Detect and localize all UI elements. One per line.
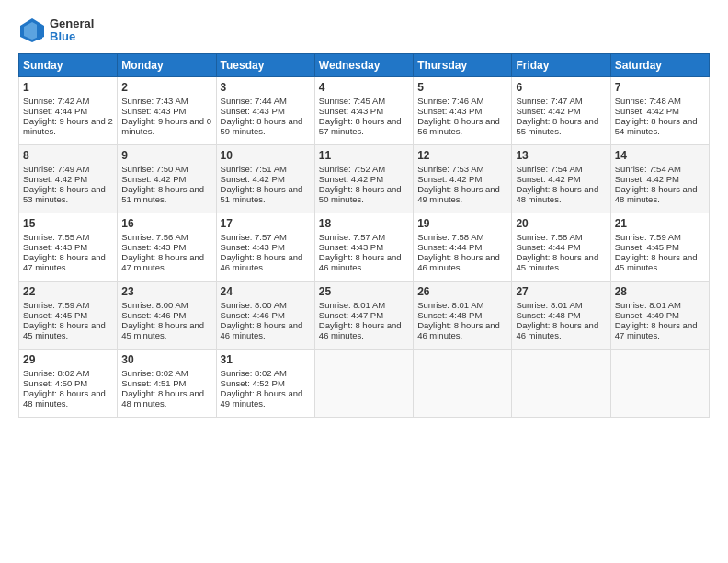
- daylight: Daylight: 8 hours and 50 minutes.: [319, 184, 402, 204]
- sunrise: Sunrise: 7:46 AM: [417, 96, 483, 106]
- sunrise: Sunrise: 7:44 AM: [221, 96, 287, 106]
- day-cell: 6Sunrise: 7:47 AMSunset: 4:42 PMDaylight…: [512, 77, 610, 145]
- header-cell-monday: Monday: [118, 54, 216, 77]
- daylight: Daylight: 9 hours and 0 minutes.: [121, 116, 211, 136]
- day-cell: 24Sunrise: 8:00 AMSunset: 4:46 PMDayligh…: [216, 282, 314, 350]
- sunrise: Sunrise: 7:58 AM: [417, 232, 483, 242]
- day-cell: 17Sunrise: 7:57 AMSunset: 4:43 PMDayligh…: [216, 213, 314, 282]
- sunrise: Sunrise: 7:52 AM: [319, 164, 385, 174]
- header-cell-friday: Friday: [512, 54, 610, 77]
- daylight: Daylight: 8 hours and 48 minutes.: [615, 184, 698, 204]
- daylight: Daylight: 8 hours and 55 minutes.: [516, 116, 598, 136]
- day-number: 1: [23, 81, 113, 94]
- daylight: Daylight: 8 hours and 45 minutes.: [23, 320, 106, 340]
- day-cell: 16Sunrise: 7:56 AMSunset: 4:43 PMDayligh…: [118, 213, 216, 282]
- daylight: Daylight: 8 hours and 59 minutes.: [221, 116, 303, 136]
- day-cell: 10Sunrise: 7:51 AMSunset: 4:42 PMDayligh…: [216, 145, 314, 213]
- daylight: Daylight: 8 hours and 46 minutes.: [319, 320, 402, 340]
- sunrise: Sunrise: 8:02 AM: [221, 368, 287, 378]
- day-cell: 22Sunrise: 7:59 AMSunset: 4:45 PMDayligh…: [19, 282, 118, 350]
- sunset: Sunset: 4:43 PM: [221, 106, 285, 116]
- day-number: 20: [516, 217, 606, 230]
- daylight: Daylight: 8 hours and 45 minutes.: [121, 320, 204, 340]
- sunrise: Sunrise: 7:58 AM: [516, 232, 582, 242]
- logo-text-block: General Blue: [50, 17, 94, 44]
- day-cell: 2Sunrise: 7:43 AMSunset: 4:43 PMDaylight…: [118, 77, 216, 145]
- daylight: Daylight: 8 hours and 46 minutes.: [417, 252, 500, 272]
- header: General Blue: [18, 17, 710, 44]
- day-cell: [610, 350, 709, 418]
- sunrise: Sunrise: 8:00 AM: [121, 300, 188, 310]
- day-cell: 27Sunrise: 8:01 AMSunset: 4:48 PMDayligh…: [512, 282, 610, 350]
- sunset: Sunset: 4:43 PM: [319, 106, 383, 116]
- week-row-3: 15Sunrise: 7:55 AMSunset: 4:43 PMDayligh…: [19, 213, 710, 282]
- day-number: 12: [417, 149, 507, 162]
- day-number: 7: [615, 81, 705, 94]
- day-number: 5: [417, 81, 507, 94]
- calendar-table: SundayMondayTuesdayWednesdayThursdayFrid…: [18, 53, 710, 418]
- day-cell: 20Sunrise: 7:58 AMSunset: 4:44 PMDayligh…: [512, 213, 610, 282]
- week-row-4: 22Sunrise: 7:59 AMSunset: 4:45 PMDayligh…: [19, 282, 710, 350]
- logo: General Blue: [18, 17, 94, 44]
- day-number: 15: [23, 217, 113, 230]
- sunrise: Sunrise: 7:59 AM: [615, 232, 681, 242]
- day-number: 30: [121, 353, 211, 366]
- day-cell: 9Sunrise: 7:50 AMSunset: 4:42 PMDaylight…: [118, 145, 216, 213]
- logo-line2: Blue: [50, 30, 94, 43]
- sunset: Sunset: 4:48 PM: [516, 310, 580, 320]
- day-cell: 5Sunrise: 7:46 AMSunset: 4:43 PMDaylight…: [414, 77, 512, 145]
- sunset: Sunset: 4:42 PM: [221, 174, 285, 184]
- sunset: Sunset: 4:42 PM: [615, 174, 679, 184]
- daylight: Daylight: 8 hours and 46 minutes.: [417, 320, 500, 340]
- header-row: SundayMondayTuesdayWednesdayThursdayFrid…: [19, 54, 710, 77]
- daylight: Daylight: 8 hours and 48 minutes.: [121, 388, 204, 408]
- logo-line1: General: [50, 17, 94, 30]
- day-number: 13: [516, 149, 606, 162]
- sunset: Sunset: 4:42 PM: [615, 106, 679, 116]
- day-number: 6: [516, 81, 606, 94]
- sunset: Sunset: 4:43 PM: [23, 242, 87, 252]
- day-number: 28: [615, 285, 705, 298]
- day-cell: 4Sunrise: 7:45 AMSunset: 4:43 PMDaylight…: [314, 77, 413, 145]
- day-cell: 23Sunrise: 8:00 AMSunset: 4:46 PMDayligh…: [118, 282, 216, 350]
- sunrise: Sunrise: 7:54 AM: [615, 164, 681, 174]
- sunset: Sunset: 4:43 PM: [121, 242, 186, 252]
- sunset: Sunset: 4:43 PM: [319, 242, 383, 252]
- day-number: 3: [221, 81, 311, 94]
- sunset: Sunset: 4:48 PM: [417, 310, 482, 320]
- sunrise: Sunrise: 7:47 AM: [516, 96, 582, 106]
- sunrise: Sunrise: 7:56 AM: [121, 232, 188, 242]
- sunset: Sunset: 4:42 PM: [319, 174, 383, 184]
- sunset: Sunset: 4:44 PM: [516, 242, 580, 252]
- sunrise: Sunrise: 7:54 AM: [516, 164, 582, 174]
- day-number: 23: [121, 285, 211, 298]
- daylight: Daylight: 8 hours and 45 minutes.: [516, 252, 598, 272]
- day-cell: 19Sunrise: 7:58 AMSunset: 4:44 PMDayligh…: [414, 213, 512, 282]
- day-number: 2: [121, 81, 211, 94]
- sunrise: Sunrise: 8:00 AM: [221, 300, 287, 310]
- day-cell: 7Sunrise: 7:48 AMSunset: 4:42 PMDaylight…: [610, 77, 709, 145]
- day-number: 18: [319, 217, 409, 230]
- header-cell-thursday: Thursday: [414, 54, 512, 77]
- sunset: Sunset: 4:46 PM: [221, 310, 285, 320]
- sunset: Sunset: 4:46 PM: [121, 310, 186, 320]
- day-cell: 30Sunrise: 8:02 AMSunset: 4:51 PMDayligh…: [118, 350, 216, 418]
- daylight: Daylight: 8 hours and 48 minutes.: [516, 184, 598, 204]
- sunset: Sunset: 4:42 PM: [23, 174, 87, 184]
- day-cell: 1Sunrise: 7:42 AMSunset: 4:44 PMDaylight…: [19, 77, 118, 145]
- header-cell-sunday: Sunday: [19, 54, 118, 77]
- day-cell: 8Sunrise: 7:49 AMSunset: 4:42 PMDaylight…: [19, 145, 118, 213]
- daylight: Daylight: 8 hours and 57 minutes.: [319, 116, 402, 136]
- sunrise: Sunrise: 8:02 AM: [23, 368, 89, 378]
- day-number: 25: [319, 285, 409, 298]
- day-cell: 29Sunrise: 8:02 AMSunset: 4:50 PMDayligh…: [19, 350, 118, 418]
- day-cell: 3Sunrise: 7:44 AMSunset: 4:43 PMDaylight…: [216, 77, 314, 145]
- sunset: Sunset: 4:42 PM: [121, 174, 186, 184]
- sunrise: Sunrise: 7:55 AM: [23, 232, 89, 242]
- day-number: 10: [221, 149, 311, 162]
- sunrise: Sunrise: 8:01 AM: [615, 300, 681, 310]
- daylight: Daylight: 8 hours and 49 minutes.: [417, 184, 500, 204]
- sunset: Sunset: 4:44 PM: [23, 106, 87, 116]
- daylight: Daylight: 8 hours and 56 minutes.: [417, 116, 500, 136]
- sunset: Sunset: 4:44 PM: [417, 242, 482, 252]
